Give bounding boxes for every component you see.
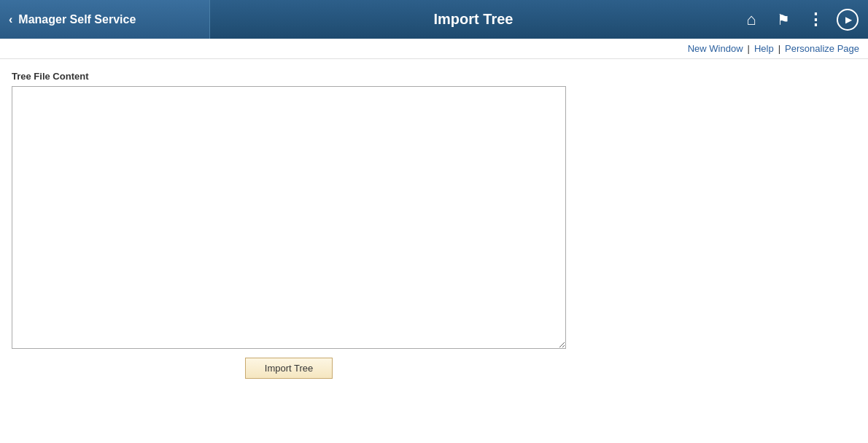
tree-file-label: Tree File Content	[12, 71, 856, 82]
main-header: ‹ Manager Self Service Import Tree	[0, 0, 868, 39]
separator-2: |	[778, 43, 780, 54]
nav-label: Manager Self Service	[18, 13, 136, 26]
button-row: Import Tree	[12, 358, 566, 379]
new-window-link[interactable]: New Window	[688, 43, 743, 54]
page-title: Import Tree	[210, 11, 737, 28]
play-circle-button[interactable]	[833, 5, 862, 34]
play-circle-icon	[837, 9, 859, 31]
header-icons	[737, 5, 868, 34]
more-button[interactable]	[801, 5, 830, 34]
tree-file-textarea[interactable]	[12, 86, 566, 349]
import-tree-button[interactable]: Import Tree	[245, 358, 333, 379]
chevron-left-icon: ‹	[9, 13, 12, 26]
personalize-link[interactable]: Personalize Page	[785, 43, 859, 54]
flag-button[interactable]	[769, 5, 798, 34]
more-icon	[807, 10, 824, 29]
home-button[interactable]	[737, 5, 766, 34]
flag-icon	[777, 11, 790, 28]
main-content: Tree File Content Import Tree	[0, 59, 868, 390]
back-nav[interactable]: ‹ Manager Self Service	[0, 0, 210, 39]
help-link[interactable]: Help	[754, 43, 774, 54]
separator-1: |	[748, 43, 750, 54]
subheader: New Window | Help | Personalize Page	[0, 39, 868, 59]
home-icon	[746, 10, 756, 29]
